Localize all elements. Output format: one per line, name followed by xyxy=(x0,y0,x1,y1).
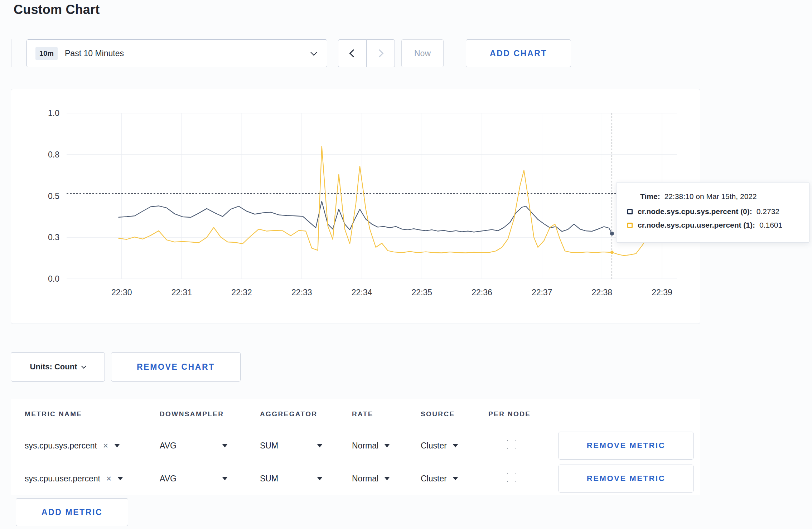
svg-text:22:30: 22:30 xyxy=(111,288,132,297)
caret-down-icon xyxy=(317,444,323,447)
tooltip-time-row: Time: 22:38:10 on Mar 15th, 2022 xyxy=(627,192,800,201)
tooltip-time-label: Time: xyxy=(640,192,660,201)
caret-down-icon xyxy=(222,444,228,447)
clear-metric-icon[interactable]: ✕ xyxy=(106,475,112,483)
series-swatch-icon xyxy=(627,223,633,228)
svg-text:22:32: 22:32 xyxy=(231,288,252,297)
add-metric-button[interactable]: ADD METRIC xyxy=(16,498,128,526)
time-prev-button[interactable] xyxy=(338,39,367,67)
metric-row: sys.cpu.user.percent✕AVGSUMNormalCluster… xyxy=(11,462,700,495)
caret-down-icon xyxy=(453,444,458,447)
source-select[interactable]: Cluster xyxy=(421,441,458,451)
series-name: cr.node.sys.cpu.sys.percent (0): xyxy=(638,207,752,216)
time-range-badge: 10m xyxy=(35,47,58,60)
svg-text:0.5: 0.5 xyxy=(48,191,59,201)
svg-text:0.8: 0.8 xyxy=(48,150,59,159)
source-select[interactable]: Cluster xyxy=(421,474,458,484)
series-value: 0.2732 xyxy=(757,207,779,216)
tooltip-series-list: cr.node.sys.cpu.sys.percent (0):0.2732cr… xyxy=(627,207,800,229)
column-header-downsampler: DOWNSAMPLER xyxy=(160,410,260,418)
clear-metric-icon[interactable]: ✕ xyxy=(103,442,108,450)
chevron-down-icon xyxy=(81,364,86,369)
units-label: Units: Count xyxy=(30,362,77,372)
caret-down-icon xyxy=(384,444,390,447)
tooltip-time-value: 22:38:10 on Mar 15th, 2022 xyxy=(664,192,757,201)
caret-down-icon xyxy=(384,477,390,480)
per-node-checkbox[interactable] xyxy=(507,440,516,449)
column-header-metric-name: METRIC NAME xyxy=(25,410,160,418)
per-node-checkbox[interactable] xyxy=(507,473,516,482)
aggregator-select[interactable]: SUM xyxy=(260,474,323,484)
tooltip-series-row: cr.node.sys.cpu.user.percent (1):0.1601 xyxy=(627,221,800,229)
chart-tooltip: Time: 22:38:10 on Mar 15th, 2022 cr.node… xyxy=(616,182,809,243)
toolbar-divider xyxy=(11,39,11,67)
chevron-left-icon xyxy=(349,49,358,58)
svg-text:0.3: 0.3 xyxy=(48,233,59,242)
page-title: Custom Chart xyxy=(14,2,100,17)
downsampler-select[interactable]: AVG xyxy=(160,474,228,484)
svg-text:22:38: 22:38 xyxy=(592,288,613,297)
time-toolbar: 10m Past 10 Minutes Now ADD CHART xyxy=(11,39,571,67)
svg-text:22:31: 22:31 xyxy=(171,288,192,297)
add-chart-button[interactable]: ADD CHART xyxy=(466,39,571,67)
time-range-dropdown[interactable]: 10m Past 10 Minutes xyxy=(26,39,327,67)
aggregator-select[interactable]: SUM xyxy=(260,441,323,451)
caret-down-icon xyxy=(222,477,228,480)
tooltip-series-row: cr.node.sys.cpu.sys.percent (0):0.2732 xyxy=(627,207,800,216)
svg-text:22:39: 22:39 xyxy=(652,288,672,297)
svg-text:22:37: 22:37 xyxy=(532,288,552,297)
svg-text:0.0: 0.0 xyxy=(48,274,59,283)
caret-down-icon[interactable] xyxy=(114,444,120,447)
column-header-aggregator: AGGREGATOR xyxy=(260,410,352,418)
metrics-table-rows: sys.cpu.sys.percent✕AVGSUMNormalClusterR… xyxy=(11,429,700,495)
series-swatch-icon xyxy=(627,209,633,214)
svg-text:22:34: 22:34 xyxy=(352,288,372,297)
time-range-label: Past 10 Minutes xyxy=(65,49,124,58)
rate-select[interactable]: Normal xyxy=(352,441,390,451)
svg-text:22:36: 22:36 xyxy=(472,288,492,297)
custom-chart-page: Custom Chart 10m Past 10 Minutes Now ADD… xyxy=(0,0,812,529)
remove-chart-button[interactable]: REMOVE CHART xyxy=(111,352,241,382)
caret-down-icon[interactable] xyxy=(117,477,123,480)
svg-text:22:35: 22:35 xyxy=(411,288,432,297)
column-header-rate: RATE xyxy=(352,410,421,418)
metric-name-select[interactable]: sys.cpu.sys.percent xyxy=(25,441,97,451)
downsampler-select[interactable]: AVG xyxy=(160,441,228,451)
remove-metric-button[interactable]: REMOVE METRIC xyxy=(559,465,693,492)
svg-text:22:33: 22:33 xyxy=(291,288,312,297)
units-row: Units: Count REMOVE CHART xyxy=(11,352,241,382)
caret-down-icon xyxy=(317,477,323,480)
remove-metric-button[interactable]: REMOVE METRIC xyxy=(559,432,693,460)
column-header-per-node: PER NODE xyxy=(488,410,559,418)
time-nav-group xyxy=(338,39,395,67)
metric-name-select[interactable]: sys.cpu.user.percent xyxy=(25,474,100,484)
column-header-source: SOURCE xyxy=(421,410,488,418)
now-button[interactable]: Now xyxy=(401,39,444,67)
chevron-down-icon xyxy=(310,49,317,55)
cpu-percent-line-chart[interactable]: 0.00.30.50.81.022:3022:3122:3222:3322:34… xyxy=(11,89,701,324)
caret-down-icon xyxy=(453,477,458,480)
time-next-button[interactable] xyxy=(366,39,395,67)
svg-text:1.0: 1.0 xyxy=(48,108,59,118)
series-name: cr.node.sys.cpu.user.percent (1): xyxy=(638,221,755,229)
rate-select[interactable]: Normal xyxy=(352,474,390,484)
units-dropdown[interactable]: Units: Count xyxy=(11,352,105,382)
chevron-right-icon xyxy=(376,49,384,58)
metrics-table-header: METRIC NAMEDOWNSAMPLERAGGREGATORRATESOUR… xyxy=(11,399,700,429)
series-value: 0.1601 xyxy=(759,221,782,229)
metric-row: sys.cpu.sys.percent✕AVGSUMNormalClusterR… xyxy=(11,429,700,462)
chart-card: 0.00.30.50.81.022:3022:3122:3222:3322:34… xyxy=(11,89,700,324)
metrics-table: METRIC NAMEDOWNSAMPLERAGGREGATORRATESOUR… xyxy=(11,399,700,495)
